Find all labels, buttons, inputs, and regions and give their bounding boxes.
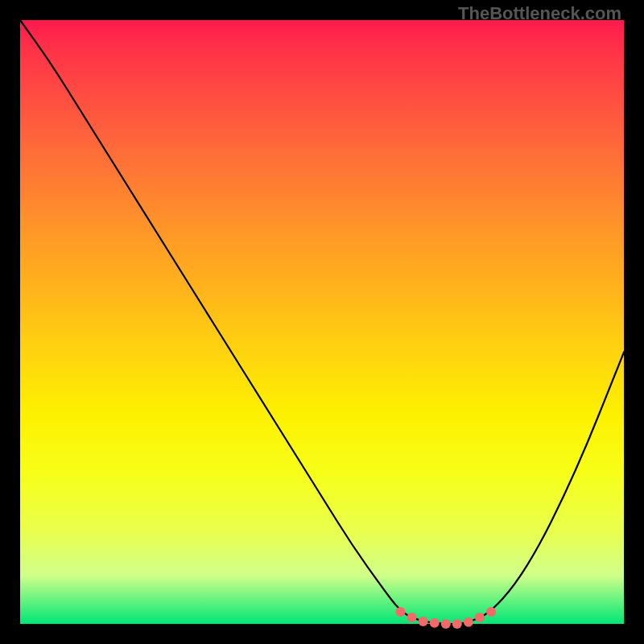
flat-marker [407,613,417,622]
flat-marker [486,607,496,617]
bottleneck-curve [20,20,624,624]
flat-marker [452,619,462,629]
flat-marker [441,619,451,629]
flat-marker [464,617,473,627]
flat-marker [419,617,428,626]
curve-svg [20,20,624,624]
flat-region-markers [396,607,497,629]
flat-marker [396,607,406,617]
flat-marker [430,618,440,628]
flat-marker [475,613,485,622]
